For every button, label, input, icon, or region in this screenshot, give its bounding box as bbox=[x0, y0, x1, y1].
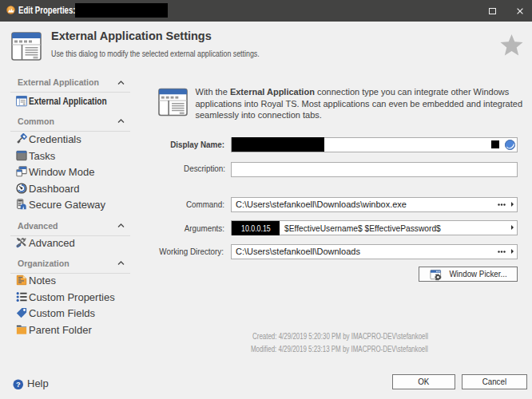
svg-text:?: ? bbox=[16, 380, 21, 388]
